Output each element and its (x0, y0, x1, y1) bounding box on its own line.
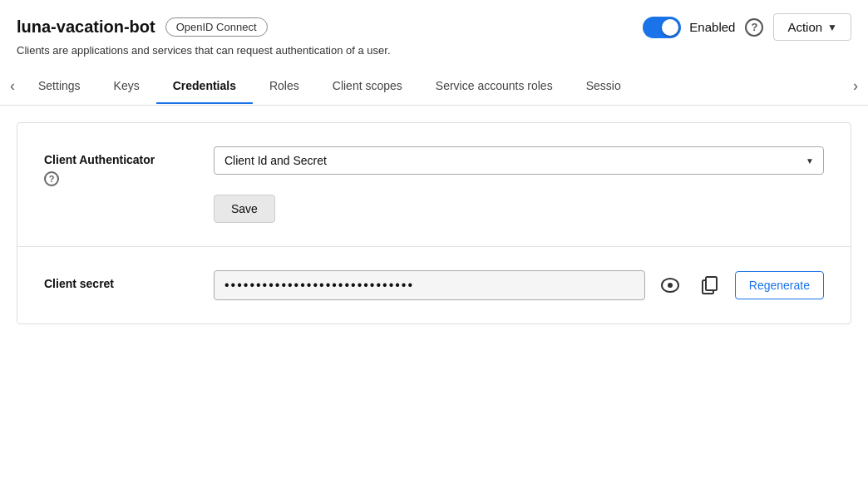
tab-scroll-left-button[interactable]: ‹ (3, 67, 22, 105)
secret-input (214, 270, 645, 300)
svg-point-1 (668, 283, 673, 288)
secret-input-wrap (214, 270, 645, 300)
tab-roles[interactable]: Roles (253, 69, 316, 104)
regenerate-button[interactable]: Regenerate (735, 271, 824, 299)
tabs-list: Settings Keys Credentials Roles Client s… (22, 68, 846, 104)
secret-row: Client secret (44, 270, 824, 300)
app-title: luna-vacation-bot (17, 17, 155, 37)
authenticator-row: Client Authenticator ? Client Id and Sec… (44, 146, 824, 223)
authenticator-help-icon[interactable]: ? (44, 171, 59, 186)
enabled-toggle-wrap: Enabled (643, 17, 735, 38)
authenticator-select[interactable]: Client Id and Secret Signed Jwt Signed J… (214, 146, 824, 175)
svg-rect-3 (706, 277, 717, 290)
authenticator-section: Client Authenticator ? Client Id and Sec… (17, 123, 851, 247)
authenticator-control-wrap: Client Id and Secret Signed Jwt Signed J… (214, 146, 824, 223)
show-secret-button[interactable] (655, 270, 685, 300)
save-button[interactable]: Save (214, 195, 275, 223)
secret-label: Client secret (44, 277, 194, 290)
authenticator-label-wrap: Client Authenticator ? (44, 146, 194, 186)
credentials-card: Client Authenticator ? Client Id and Sec… (17, 122, 851, 324)
tab-client-scopes[interactable]: Client scopes (316, 69, 419, 104)
tab-credentials[interactable]: Credentials (156, 69, 253, 104)
tab-keys[interactable]: Keys (97, 69, 156, 104)
enabled-label: Enabled (689, 20, 735, 34)
openid-badge: OpenID Connect (165, 17, 268, 37)
tab-settings[interactable]: Settings (22, 69, 97, 104)
page-subtitle: Clients are applications and services th… (0, 44, 868, 67)
secret-control-wrap: Regenerate (214, 270, 824, 300)
copy-icon (702, 276, 718, 294)
help-icon[interactable]: ? (745, 18, 763, 37)
action-label: Action (787, 20, 822, 34)
authenticator-label: Client Authenticator (44, 153, 194, 166)
chevron-down-icon: ▼ (827, 22, 837, 33)
main-content: Client Authenticator ? Client Id and Sec… (0, 106, 868, 341)
header: luna-vacation-bot OpenID Connect Enabled… (0, 0, 868, 44)
authenticator-select-wrap: Client Id and Secret Signed Jwt Signed J… (214, 146, 824, 175)
tab-sessions[interactable]: Sessio (570, 69, 638, 104)
tab-scroll-right-button[interactable]: › (846, 67, 865, 105)
secret-label-wrap: Client secret (44, 270, 194, 290)
secret-section: Client secret (17, 247, 851, 324)
eye-icon (661, 278, 679, 293)
tabs-wrapper: ‹ Settings Keys Credentials Roles Client… (0, 67, 868, 106)
copy-secret-button[interactable] (695, 270, 725, 300)
secret-input-row: Regenerate (214, 270, 824, 300)
action-button[interactable]: Action ▼ (773, 13, 851, 41)
enabled-toggle[interactable] (643, 17, 681, 38)
tab-service-accounts-roles[interactable]: Service accounts roles (419, 69, 570, 104)
